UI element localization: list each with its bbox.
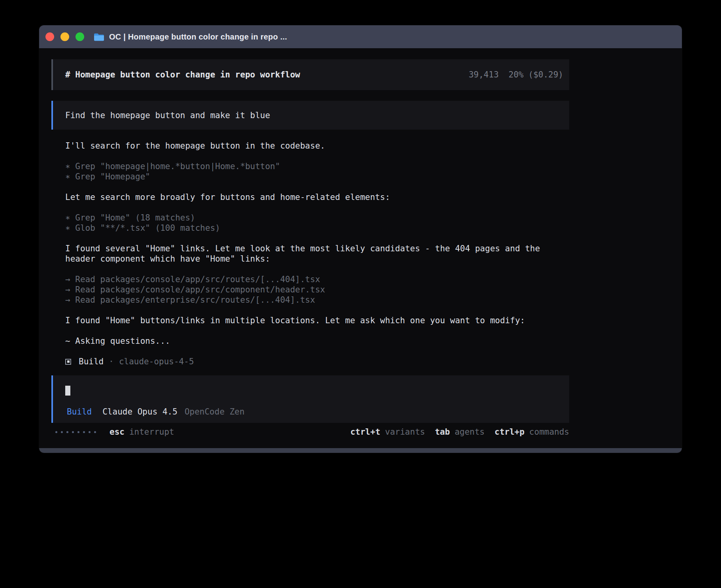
- file-read-line: → Read packages/enterprise/src/routes/[.…: [65, 295, 569, 305]
- close-button[interactable]: [45, 32, 54, 41]
- tool-call-line: ∗ Glob "**/*.tsx" (100 matches): [65, 223, 569, 233]
- status-bar-right: ctrl+t variants tab agents ctrl+p comman…: [340, 427, 569, 437]
- context-percent: 20%: [509, 70, 524, 79]
- window-controls: [45, 32, 84, 41]
- line-spacer: [65, 151, 569, 161]
- terminal-content: # Homepage button color change in repo w…: [39, 48, 682, 448]
- assistant-text-line: I found several "Home" links. Let me loo…: [65, 243, 569, 254]
- ctrl-p-key-label: commands: [529, 427, 569, 437]
- assistant-text-line: header component which have "Home" links…: [65, 254, 569, 264]
- tab-key-label: agents: [455, 427, 485, 437]
- line-spacer: [65, 305, 569, 315]
- text-cursor: [65, 386, 70, 396]
- conversation-body: I'll search for the homepage button in t…: [51, 130, 569, 367]
- session-stats: 39,413 20% ($0.29): [469, 70, 563, 79]
- agent-model: claude-opus-4-5: [119, 357, 194, 366]
- agent-name: Build: [79, 357, 104, 366]
- separator-dot: ·: [109, 357, 114, 366]
- prompt-input[interactable]: Build Claude Opus 4.5 OpenCode Zen: [51, 375, 569, 423]
- agent-square-icon: [65, 359, 71, 365]
- ctrl-t-key-hint: ctrl+t: [350, 427, 380, 437]
- assistant-text-line: Let me search more broadly for buttons a…: [65, 192, 569, 202]
- user-message: Find the homepage button and make it blu…: [51, 101, 569, 130]
- user-message-text: Find the homepage button and make it blu…: [65, 111, 270, 120]
- line-spacer: [65, 233, 569, 243]
- keybind-hint: ctrl+t variants: [350, 427, 425, 437]
- agent-status-line: Build · claude-opus-4-5: [65, 356, 569, 367]
- session-cost: ($0.29): [528, 70, 563, 79]
- tool-call-line: ∗ Grep "Homepage": [65, 172, 569, 182]
- tool-call-line: ∗ Grep "homepage|home.*button|Home.*butt…: [65, 161, 569, 172]
- line-spacer: [65, 346, 569, 356]
- esc-key-label: interrupt: [129, 427, 174, 437]
- minimize-button[interactable]: [60, 32, 69, 41]
- line-spacer: [65, 202, 569, 213]
- tab-key-hint: tab: [435, 427, 450, 437]
- desktop-background: OC | Homepage button color change in rep…: [0, 0, 721, 588]
- ctrl-p-key-hint: ctrl+p: [495, 427, 525, 437]
- status-bar: esc interrupt ctrl+t variants tab agents: [51, 427, 569, 437]
- terminal-window: OC | Homepage button color change in rep…: [39, 25, 682, 453]
- input-status-bar: Build Claude Opus 4.5 OpenCode Zen: [67, 407, 245, 416]
- line-spacer: [65, 326, 569, 336]
- assistant-text-line: I'll search for the homepage button in t…: [65, 141, 569, 151]
- line-spacer: [65, 182, 569, 192]
- dots-spinner: [55, 431, 96, 433]
- assistant-text-line: I found "Home" buttons/links in multiple…: [65, 315, 569, 326]
- file-read-line: → Read packages/console/app/src/routes/[…: [65, 274, 569, 285]
- file-read-line: → Read packages/console/app/src/componen…: [65, 285, 569, 295]
- titlebar[interactable]: OC | Homepage button color change in rep…: [39, 25, 682, 48]
- status-bar-left: esc interrupt: [51, 427, 174, 437]
- session-header: # Homepage button color change in repo w…: [51, 59, 569, 90]
- window-title: OC | Homepage button color change in rep…: [109, 32, 287, 41]
- zoom-button[interactable]: [75, 32, 84, 41]
- line-spacer: [65, 264, 569, 274]
- esc-key-hint: esc: [109, 427, 125, 437]
- session-title: # Homepage button color change in repo w…: [65, 70, 300, 79]
- folder-icon: [94, 33, 104, 41]
- tool-call-line: ∗ Grep "Home" (18 matches): [65, 213, 569, 223]
- token-count: 39,413: [469, 70, 499, 79]
- assistant-status-line: ~ Asking questions...: [65, 336, 569, 346]
- provider-label: OpenCode Zen: [185, 407, 245, 416]
- keybind-hint: ctrl+p commands: [495, 427, 569, 437]
- model-label: Claude Opus 4.5: [102, 407, 177, 416]
- ctrl-t-key-label: variants: [385, 427, 425, 437]
- mode-label: Build: [67, 407, 92, 416]
- window-bottom-edge: [39, 448, 682, 453]
- keybind-hint: tab agents: [435, 427, 485, 437]
